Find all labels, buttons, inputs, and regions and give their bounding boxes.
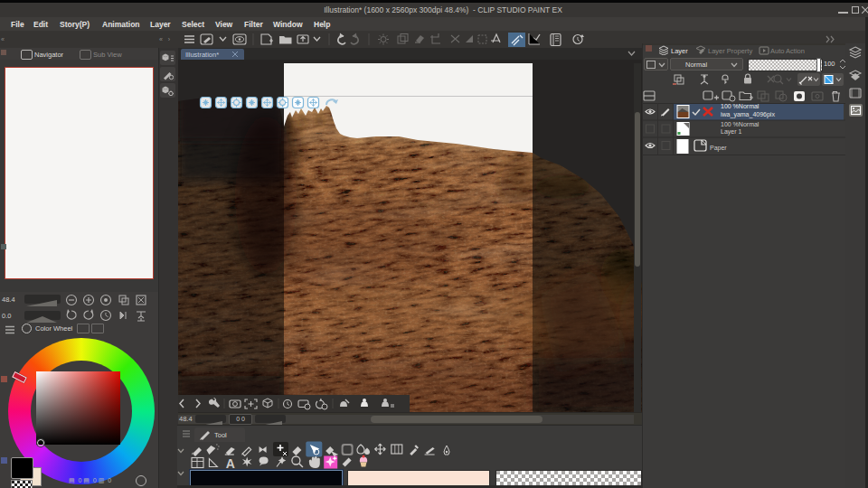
svg-text:A: A [226,456,235,471]
